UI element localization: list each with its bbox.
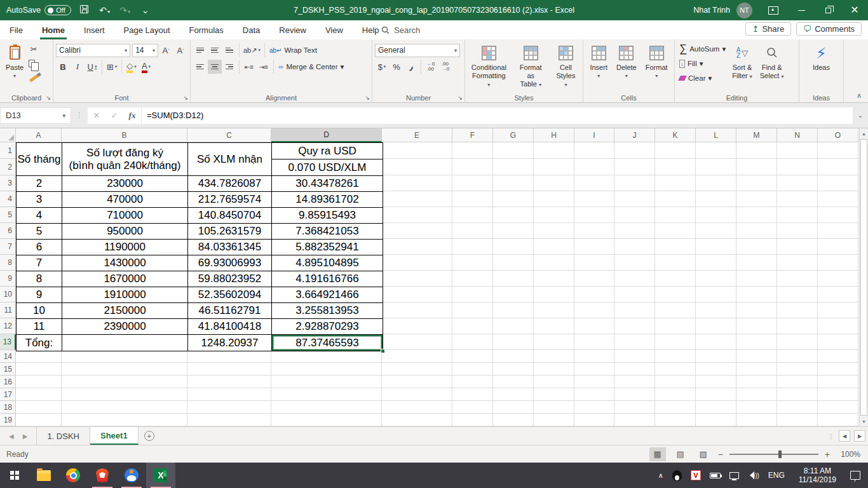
cell-J7[interactable] (614, 239, 655, 255)
cell-F13[interactable] (452, 334, 493, 350)
cell-K18[interactable] (655, 401, 696, 414)
cell-B19[interactable] (62, 414, 187, 426)
tab-file[interactable]: File (0, 20, 32, 39)
cell-A15[interactable] (16, 363, 62, 376)
cell-F14[interactable] (452, 350, 493, 363)
cell-E9[interactable] (382, 271, 452, 287)
cell-D16[interactable] (271, 376, 382, 388)
cell-L19[interactable] (696, 414, 736, 426)
start-button[interactable] (0, 463, 29, 488)
row-header-9[interactable]: 9 (0, 271, 16, 287)
decrease-indent-button[interactable]: ⇤≡ (242, 60, 256, 74)
cell-F16[interactable] (452, 376, 493, 388)
cell-K2[interactable] (655, 159, 696, 175)
cell-F10[interactable] (452, 287, 493, 302)
cell-O19[interactable] (818, 414, 858, 426)
number-dialog-launcher[interactable]: ↘ (458, 95, 463, 101)
cell-G17[interactable] (493, 388, 534, 401)
cell-B15[interactable] (62, 363, 187, 376)
percent-button[interactable]: % (390, 60, 403, 74)
cell-L3[interactable] (696, 175, 736, 191)
cell-O14[interactable] (818, 350, 858, 363)
cell-I2[interactable] (574, 159, 614, 175)
cell-E7[interactable] (382, 239, 452, 255)
cell-A14[interactable] (16, 350, 62, 363)
vertical-scrollbar[interactable]: ▲ ▼ (859, 128, 868, 426)
cell-M1[interactable] (736, 142, 777, 159)
font-size-combo[interactable]: 14▾ (132, 44, 158, 57)
ideas-button[interactable]: ⚡ Ideas (810, 42, 833, 73)
row-header-12[interactable]: 12 (0, 318, 16, 334)
unikey-button[interactable]: V (686, 463, 705, 488)
tray-chevron-button[interactable]: ∧ (654, 463, 668, 488)
row-header-4[interactable]: 4 (0, 191, 16, 207)
row-header-18[interactable]: 18 (0, 401, 16, 414)
cell-L11[interactable] (696, 302, 736, 318)
cell-O17[interactable] (818, 388, 858, 401)
cell-I9[interactable] (574, 271, 614, 287)
cell-F17[interactable] (452, 388, 493, 401)
clipboard-dialog-launcher[interactable]: ↘ (46, 95, 51, 101)
cell-B13[interactable] (62, 335, 188, 351)
cell-G6[interactable] (493, 223, 534, 239)
column-header-F[interactable]: F (452, 128, 493, 142)
cell-N5[interactable] (777, 207, 818, 223)
row-header-1[interactable]: 1 (0, 142, 16, 159)
cell-C6[interactable]: 105.2631579 (188, 224, 272, 240)
cell-N19[interactable] (777, 414, 818, 426)
merge-center-button[interactable]: ⬄Merge & Center▾ (276, 60, 346, 74)
scroll-left-button[interactable]: ◀ (839, 430, 850, 442)
cell-B7[interactable]: 1190000 (62, 240, 188, 255)
tab-formulas[interactable]: Formulas (180, 20, 233, 39)
format-cells-button[interactable]: Format ▾ (642, 42, 671, 92)
cell-A1[interactable]: Số tháng (17, 143, 62, 176)
cell-E11[interactable] (382, 302, 452, 318)
cell-M15[interactable] (736, 363, 777, 376)
cell-C15[interactable] (187, 363, 271, 376)
cell-D11[interactable]: 3.255813953 (272, 303, 383, 319)
row-header-13[interactable]: 13 (0, 334, 16, 350)
cell-I10[interactable] (574, 287, 614, 302)
cell-J3[interactable] (614, 175, 655, 191)
row-header-11[interactable]: 11 (0, 302, 16, 318)
cell-L14[interactable] (696, 350, 736, 363)
cell-G5[interactable] (493, 207, 534, 223)
volume-button[interactable]: ))) (743, 463, 764, 488)
cell-I16[interactable] (574, 376, 614, 388)
cell-C3[interactable]: 434.7826087 (188, 176, 272, 192)
cell-N4[interactable] (777, 191, 818, 207)
cell-E14[interactable] (382, 350, 452, 363)
cell-L12[interactable] (696, 318, 736, 334)
cell-L9[interactable] (696, 271, 736, 287)
cell-A12[interactable]: 11 (17, 319, 62, 335)
sheet-tab-sheet1[interactable]: Sheet1 (90, 427, 139, 445)
italic-button[interactable]: I (71, 60, 85, 74)
cell-D5[interactable]: 9.85915493 (272, 208, 383, 224)
tray-app-button[interactable] (668, 463, 686, 488)
cell-A11[interactable]: 10 (17, 303, 62, 319)
cell-K5[interactable] (655, 207, 696, 223)
cell-L8[interactable] (696, 255, 736, 271)
cell-A7[interactable]: 6 (17, 240, 62, 255)
cell-B5[interactable]: 710000 (62, 208, 188, 224)
row-header-3[interactable]: 3 (0, 175, 16, 191)
cell-K1[interactable] (655, 142, 696, 159)
cell-C7[interactable]: 84.03361345 (188, 240, 272, 255)
cell-O11[interactable] (818, 302, 858, 318)
cell-A9[interactable]: 8 (17, 271, 62, 287)
cell-F12[interactable] (452, 318, 493, 334)
cell-G11[interactable] (493, 302, 534, 318)
cell-F9[interactable] (452, 271, 493, 287)
cell-H13[interactable] (534, 334, 574, 350)
cell-G10[interactable] (493, 287, 534, 302)
cell-G13[interactable] (493, 334, 534, 350)
cell-A18[interactable] (16, 401, 62, 414)
cell-H18[interactable] (534, 401, 574, 414)
formula-bar-drag-dots[interactable]: ⋮ (71, 111, 88, 119)
cell-G1[interactable] (493, 142, 534, 159)
cell-A8[interactable]: 7 (17, 255, 62, 271)
cell-E16[interactable] (382, 376, 452, 388)
tab-page-layout[interactable]: Page Layout (114, 20, 180, 39)
cell-J16[interactable] (614, 376, 655, 388)
zoom-in-button[interactable]: + (825, 449, 830, 459)
